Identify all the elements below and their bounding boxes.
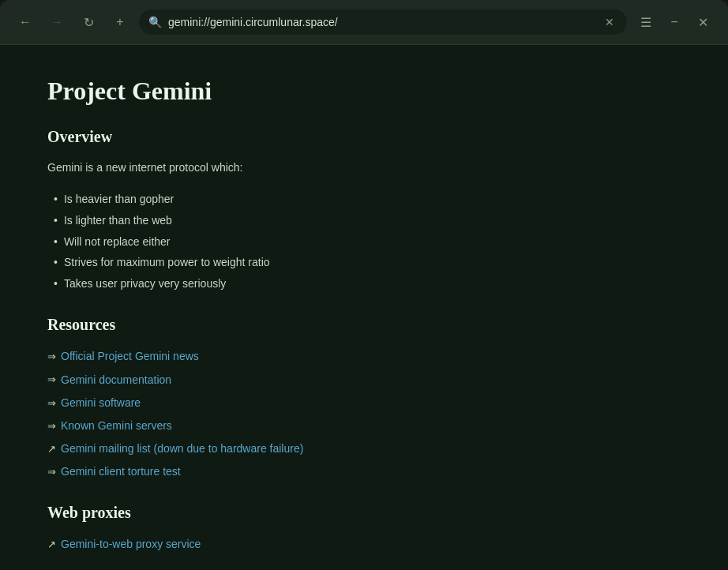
search-icon: 🔍 — [148, 16, 162, 28]
browser-toolbar: ← → ↻ + 🔍 ✕ ☰ − ✕ — [0, 0, 728, 45]
minimize-button[interactable]: − — [662, 9, 687, 35]
resources-heading: Resources — [47, 316, 681, 334]
link-arrow-icon: ⇒ — [47, 463, 56, 481]
torture-test-link[interactable]: Gemini client torture test — [61, 462, 181, 482]
list-item: ⇒ Known Gemini servers — [47, 416, 681, 436]
list-item: Strives for maximum power to weight rati… — [54, 252, 681, 273]
clear-address-button[interactable]: ✕ — [602, 14, 617, 30]
reload-button[interactable]: ↻ — [76, 9, 101, 35]
link-arrow-icon: ⇒ — [47, 417, 56, 435]
close-button[interactable]: ✕ — [690, 9, 715, 35]
web-proxies-heading: Web proxies — [47, 504, 681, 522]
toolbar-right: ☰ − ✕ — [633, 9, 715, 35]
browser-window: ← → ↻ + 🔍 ✕ ☰ − ✕ — [0, 0, 728, 570]
resources-section: Resources ⇒ Official Project Gemini news… — [47, 316, 681, 482]
link-arrow-icon: ⇒ — [47, 394, 56, 412]
web-proxies-section: Web proxies ↗ Gemini-to-web proxy servic… — [47, 504, 681, 554]
external-link-arrow-icon: ↗ — [47, 535, 56, 553]
list-item: ⇒ Gemini client torture test — [47, 462, 681, 482]
list-item: Is heavier than gopher — [54, 189, 681, 210]
overview-section: Overview Gemini is a new internet protoc… — [47, 128, 681, 294]
list-item: Will not replace either — [54, 231, 681, 253]
web-proxy-link[interactable]: Gemini-to-web proxy service — [61, 534, 201, 554]
back-button[interactable]: ← — [13, 9, 38, 35]
official-news-link[interactable]: Official Project Gemini news — [61, 347, 199, 366]
new-tab-button[interactable]: + — [107, 9, 133, 35]
forward-button[interactable]: → — [44, 9, 69, 35]
list-item: Is lighter than the web — [54, 210, 681, 231]
link-arrow-icon: ⇒ — [47, 370, 56, 388]
known-servers-link[interactable]: Known Gemini servers — [61, 416, 172, 436]
link-arrow-icon: ⇒ — [47, 347, 56, 366]
page-title: Project Gemini — [47, 77, 681, 106]
web-proxy-link-item: ↗ Gemini-to-web proxy service — [47, 534, 681, 554]
list-item: ↗ Gemini mailing list (down due to hardw… — [47, 439, 681, 459]
external-link-arrow-icon: ↗ — [47, 440, 56, 458]
software-link[interactable]: Gemini software — [61, 393, 141, 413]
documentation-link[interactable]: Gemini documentation — [61, 370, 171, 390]
address-bar[interactable] — [168, 16, 595, 28]
list-item: ⇒ Gemini documentation — [47, 370, 681, 390]
overview-intro: Gemini is a new internet protocol which: — [47, 159, 681, 176]
list-item: ⇒ Official Project Gemini news — [47, 347, 681, 366]
address-bar-container: 🔍 ✕ — [139, 9, 627, 35]
list-item: Takes user privacy very seriously — [54, 273, 681, 294]
overview-heading: Overview — [47, 128, 681, 146]
browser-content: Project Gemini Overview Gemini is a new … — [0, 45, 728, 570]
mailing-list-link[interactable]: Gemini mailing list (down due to hardwar… — [61, 439, 303, 459]
resources-link-list: ⇒ Official Project Gemini news ⇒ Gemini … — [47, 347, 681, 482]
overview-bullet-list: Is heavier than gopher Is lighter than t… — [47, 189, 681, 294]
list-item: ⇒ Gemini software — [47, 393, 681, 413]
menu-button[interactable]: ☰ — [633, 9, 659, 35]
